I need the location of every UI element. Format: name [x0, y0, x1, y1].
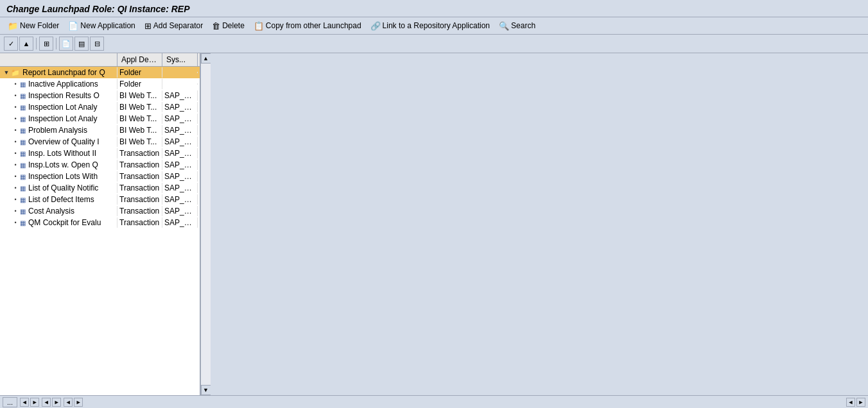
copy-from-button[interactable]: 📋 Copy from other Launchpad	[250, 20, 365, 31]
doc-button[interactable]: 📄	[59, 37, 73, 51]
nav-far-left-button[interactable]: ◄	[846, 398, 855, 407]
main-window: Change Launchpad Role: QI Instance: REP …	[0, 0, 868, 408]
table-button[interactable]: ⊟	[90, 37, 104, 51]
tree-body: ▼📁Report Launchpad for QFolder•▦Inactive…	[0, 67, 200, 395]
tree-cell-appl: Folder	[117, 79, 162, 89]
scroll-down-button[interactable]: ▼	[201, 385, 211, 395]
nav-arrows-mid: ◄ ►	[42, 398, 61, 407]
vertical-scrollbar[interactable]: ▲ ▼	[200, 53, 211, 395]
search-icon: 🔍	[499, 22, 509, 30]
grid-button[interactable]: ⊞	[39, 37, 53, 51]
search-button[interactable]: 🔍 Search	[495, 20, 539, 31]
tree-row[interactable]: •▦Inspection Results OBI Web T...SAP_BW	[0, 90, 200, 101]
check-button[interactable]: ✓	[4, 37, 18, 51]
scroll-up-button[interactable]: ▲	[201, 53, 211, 64]
tree-row[interactable]: •▦Problem AnalysisBI Web T...SAP_BW	[0, 124, 200, 136]
tree-row-name: List of Quality Notific	[28, 183, 98, 192]
tree-cell-name: •▦Inspection Lot Analy	[0, 102, 117, 112]
tree-row[interactable]: •▦List of Defect ItemsTransactionSAP_ECC	[0, 194, 200, 205]
up-button[interactable]: ▲	[19, 37, 33, 51]
nav-left-button[interactable]: ◄	[20, 398, 29, 407]
new-folder-button[interactable]: 📁 New Folder	[4, 20, 63, 31]
tree-row[interactable]: •▦Cost AnalysisTransactionSAP_ECC	[0, 205, 200, 217]
nav-tree-left-button[interactable]: ◄	[64, 398, 73, 407]
tree-row-name: Inactive Applications	[28, 80, 98, 89]
icon-separator-2	[56, 38, 56, 49]
tree-header: Appl Descr Sys...	[0, 53, 200, 67]
app-icon: ▦	[20, 149, 26, 157]
search-label: Search	[511, 21, 535, 30]
tree-row[interactable]: •▦Overview of Quality IBI Web T...SAP_BW	[0, 136, 200, 148]
leaf-dot-icon: •	[12, 92, 19, 99]
leaf-dot-icon: •	[12, 219, 19, 226]
window-title: Change Launchpad Role: QI Instance: REP	[6, 4, 189, 14]
leaf-dot-icon: •	[12, 185, 19, 191]
tree-cell-name: •▦Insp.Lots w. Open Q	[0, 160, 117, 170]
tree-row[interactable]: •▦List of Quality NotificTransactionSAP_…	[0, 182, 200, 194]
toolbar: 📁 New Folder 📄 New Application ⊞ Add Sep…	[0, 17, 868, 35]
tree-row-name: Insp. Lots Without II	[28, 149, 96, 158]
right-panel	[211, 53, 868, 395]
tree-row[interactable]: •▦QM Cockpit for EvaluTransactionSAP_ECC	[0, 217, 200, 228]
app-icon: ▦	[20, 196, 26, 203]
nav-tree-right-button[interactable]: ►	[74, 398, 83, 407]
new-folder-icon: 📁	[8, 22, 18, 30]
nav-mid-left-button[interactable]: ◄	[42, 398, 51, 407]
list-icon: ▤	[78, 40, 85, 48]
nav-far-right-button[interactable]: ►	[856, 398, 865, 407]
tree-row[interactable]: •▦Inspection Lot AnalyBI Web T...SAP_BW	[0, 101, 200, 113]
app-icon: ▦	[20, 173, 26, 180]
leaf-dot-icon: •	[12, 173, 19, 180]
tree-row[interactable]: •▦Inspection Lot AnalyBI Web T...SAP_BW	[0, 113, 200, 124]
tree-cell-appl: Transaction	[117, 171, 162, 182]
list-button[interactable]: ▤	[74, 37, 89, 51]
collapse-icon[interactable]: ▼	[3, 69, 10, 76]
scroll-track[interactable]	[201, 64, 211, 385]
tree-cell-sys: SAP_ECC	[162, 171, 198, 182]
tree-row[interactable]: ▼📁Report Launchpad for QFolder	[0, 67, 200, 78]
new-application-icon: 📄	[68, 22, 78, 30]
add-separator-label: Add Separator	[153, 21, 203, 30]
status-left-btn[interactable]: ...	[3, 397, 17, 407]
tree-cell-sys: SAP_ECC	[162, 183, 198, 193]
tree-cell-sys: SAP_BW	[162, 114, 198, 124]
tree-row[interactable]: •▦Inspection Lots WithTransactionSAP_ECC	[0, 171, 200, 182]
tree-row-name: Problem Analysis	[28, 126, 87, 135]
tree-cell-sys	[162, 83, 198, 85]
tree-row[interactable]: •▦Inactive ApplicationsFolder	[0, 78, 200, 90]
grid-icon: ⊞	[44, 40, 49, 48]
tree-cell-appl: BI Web T...	[117, 90, 162, 101]
tree-row[interactable]: •▦Insp.Lots w. Open QTransactionSAP_ECC	[0, 159, 200, 171]
folder-icon: 📁	[11, 69, 20, 77]
add-separator-button[interactable]: ⊞ Add Separator	[141, 20, 207, 31]
app-icon: ▦	[20, 126, 26, 134]
tree-row-name: Cost Analysis	[28, 207, 74, 216]
tree-cell-appl: BI Web T...	[117, 114, 162, 124]
link-to-repo-button[interactable]: 🔗 Link to a Repository Application	[367, 20, 494, 31]
tree-cell-appl: BI Web T...	[117, 137, 162, 147]
tree-cell-name: •▦Overview of Quality I	[0, 137, 117, 147]
delete-icon: 🗑	[212, 22, 220, 30]
new-application-button[interactable]: 📄 New Application	[64, 20, 139, 31]
leaf-dot-icon: •	[12, 104, 19, 110]
col-header-sys: Sys...	[162, 53, 198, 66]
leaf-dot-icon: •	[12, 150, 19, 157]
tree-cell-name: •▦List of Quality Notific	[0, 183, 117, 193]
check-icon: ✓	[8, 40, 14, 48]
tree-row-name: Report Launchpad for Q	[22, 68, 105, 77]
tree-row[interactable]: •▦Insp. Lots Without IITransactionSAP_EC…	[0, 148, 200, 159]
app-icon: ▦	[20, 184, 26, 192]
leaf-dot-icon: •	[12, 81, 19, 87]
copy-from-icon: 📋	[254, 22, 264, 30]
nav-arrows-right: ◄ ►	[846, 398, 865, 407]
add-separator-icon: ⊞	[144, 22, 152, 30]
content-area: Appl Descr Sys... ▼📁Report Launchpad for…	[0, 53, 868, 395]
link-to-repo-icon: 🔗	[370, 22, 381, 30]
app-icon: ▦	[20, 138, 26, 146]
tree-cell-sys: SAP_BW	[162, 102, 198, 112]
up-icon: ▲	[23, 40, 30, 47]
delete-button[interactable]: 🗑 Delete	[208, 20, 248, 31]
nav-right-button[interactable]: ►	[30, 398, 39, 407]
nav-mid-right-button[interactable]: ►	[52, 398, 61, 407]
tree-cell-sys: SAP_BW	[162, 90, 198, 101]
